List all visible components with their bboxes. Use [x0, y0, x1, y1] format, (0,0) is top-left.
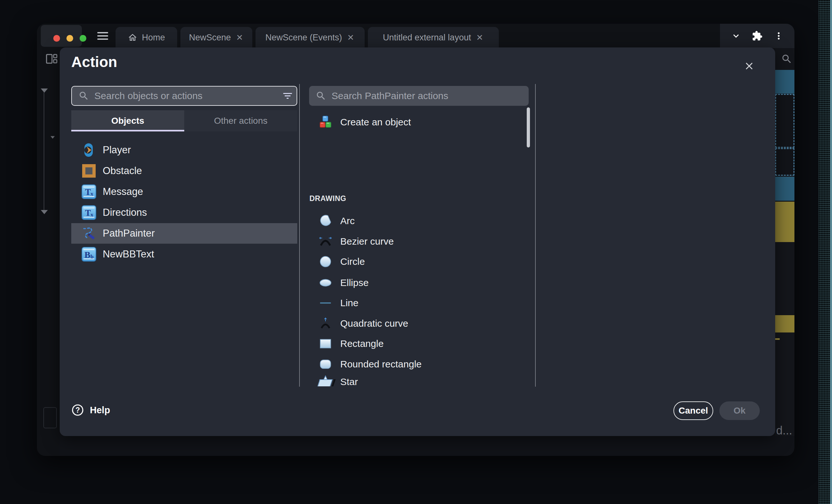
- cancel-button[interactable]: Cancel: [673, 401, 713, 420]
- player-icon: [81, 143, 96, 158]
- action-label: Star: [340, 376, 358, 387]
- object-row-newbbtext[interactable]: Bb NewBBText: [71, 244, 297, 264]
- event-block: [775, 202, 795, 242]
- truncated-background-text: d...: [776, 424, 792, 437]
- active-tab-underline: [71, 130, 184, 132]
- event-block: [775, 315, 795, 333]
- help-button[interactable]: ? Help: [71, 401, 110, 419]
- dialog-close-button[interactable]: [742, 59, 756, 73]
- window-controls: [41, 25, 82, 47]
- action-label: Rectangle: [340, 338, 384, 349]
- collapse-arrow-icon[interactable]: [41, 88, 48, 93]
- close-icon: [744, 60, 755, 72]
- action-label: Quadratic curve: [340, 318, 408, 329]
- object-label: PathPainter: [103, 228, 155, 239]
- more-vert-icon[interactable]: [773, 30, 784, 41]
- object-label: Directions: [103, 207, 147, 218]
- desktop-edge-texture: [818, 0, 830, 504]
- action-row-circle[interactable]: Circle: [307, 251, 525, 272]
- rounded-rectangle-icon: [318, 357, 333, 371]
- search-objects-input[interactable]: [89, 87, 277, 105]
- actions-list: Create an object DRAWING Arc Bezier curv…: [307, 105, 525, 386]
- action-label: Bezier curve: [340, 236, 394, 247]
- bbtext-icon: Bb: [81, 247, 96, 262]
- tab-other-actions[interactable]: Other actions: [184, 110, 297, 132]
- tab-newscene-events[interactable]: NewScene (Events) ✕: [256, 27, 365, 48]
- event-block: [775, 70, 795, 94]
- panels-layout-icon: [46, 54, 57, 65]
- action-row-create-object[interactable]: Create an object: [307, 112, 525, 132]
- close-icon[interactable]: ✕: [346, 32, 355, 43]
- traffic-light-close[interactable]: [53, 35, 60, 42]
- action-label: Arc: [340, 216, 355, 226]
- action-row-arc[interactable]: Arc: [307, 211, 525, 231]
- svg-text:?: ?: [75, 406, 80, 414]
- extensions-puzzle-icon[interactable]: [752, 30, 763, 41]
- close-icon[interactable]: ✕: [235, 32, 244, 43]
- tab-label: Untitled external layout: [383, 33, 471, 43]
- action-row-quadratic-curve[interactable]: Quadratic curve: [307, 313, 525, 333]
- action-row-line[interactable]: Line: [307, 293, 525, 313]
- tab-objects[interactable]: Objects: [71, 110, 184, 132]
- svg-text:B: B: [84, 250, 90, 260]
- svg-text:x: x: [90, 191, 94, 197]
- chevron-down-icon[interactable]: [731, 30, 742, 41]
- action-row-star[interactable]: Star: [307, 371, 525, 386]
- close-icon[interactable]: ✕: [475, 32, 484, 43]
- svg-text:b: b: [90, 254, 94, 260]
- tab-newscene[interactable]: NewScene ✕: [180, 27, 252, 48]
- action-row-bezier-curve[interactable]: Bezier curve: [307, 231, 525, 251]
- action-label: Line: [340, 298, 359, 308]
- object-label: Obstacle: [103, 165, 142, 177]
- scrollbar-thumb[interactable]: [527, 107, 530, 147]
- action-label: Rounded rectangle: [340, 359, 422, 370]
- bezier-curve-icon: [318, 234, 333, 249]
- traffic-light-zoom[interactable]: [80, 35, 86, 42]
- app-window: Home NewScene ✕ NewScene (Events) ✕ Unti…: [37, 24, 795, 456]
- ok-button: Ok: [719, 401, 760, 420]
- line-icon: [318, 296, 333, 310]
- search-icon[interactable]: [781, 53, 792, 65]
- rectangle-icon: [318, 337, 333, 351]
- traffic-light-minimize[interactable]: [67, 35, 73, 42]
- ellipse-icon: [318, 276, 333, 290]
- events-editor-right-edge: [775, 48, 795, 436]
- pathpainter-icon: [81, 226, 96, 241]
- arc-icon: [318, 214, 333, 228]
- panel-divider: [535, 84, 536, 387]
- action-label: Circle: [340, 256, 365, 267]
- collapse-arrow-icon[interactable]: [50, 136, 55, 139]
- action-row-rounded-rectangle[interactable]: Rounded rectangle: [307, 354, 525, 374]
- create-object-icon: [318, 115, 333, 129]
- circle-icon: [318, 255, 333, 269]
- svg-text:T: T: [85, 208, 91, 218]
- text-object-icon: Tx: [81, 184, 96, 199]
- object-row-message[interactable]: Tx Message: [71, 181, 297, 202]
- object-row-pathpainter[interactable]: PathPainter: [71, 223, 297, 244]
- event-drop-zone: [775, 94, 795, 148]
- action-label: Ellipse: [340, 277, 368, 288]
- object-row-obstacle[interactable]: Obstacle: [71, 161, 297, 181]
- objects-list: Player Obstacle Tx Message Tx: [71, 140, 297, 265]
- action-row-ellipse[interactable]: Ellipse: [307, 273, 525, 293]
- object-row-player[interactable]: Player: [71, 140, 297, 160]
- help-label: Help: [90, 405, 110, 416]
- tab-untitled-external-layout[interactable]: Untitled external layout ✕: [368, 27, 499, 48]
- actions-search: [309, 86, 529, 106]
- desktop-edge-strip: [830, 0, 832, 504]
- event-guide-line: [44, 92, 44, 212]
- action-row-rectangle[interactable]: Rectangle: [307, 333, 525, 354]
- tab-label: NewScene (Events): [265, 33, 342, 43]
- object-row-directions[interactable]: Tx Directions: [71, 202, 297, 223]
- dialog-title: Action: [71, 53, 117, 71]
- menu-icon[interactable]: [97, 32, 109, 40]
- filter-icon[interactable]: [277, 89, 291, 102]
- search-actions-input[interactable]: [327, 86, 529, 106]
- collapse-arrow-icon[interactable]: [41, 210, 48, 214]
- home-icon: [128, 33, 137, 42]
- svg-text:x: x: [90, 212, 94, 218]
- object-label: Player: [103, 144, 131, 156]
- tab-home[interactable]: Home: [115, 27, 177, 48]
- object-label: Message: [103, 186, 143, 197]
- partial-item-icon: [318, 379, 338, 386]
